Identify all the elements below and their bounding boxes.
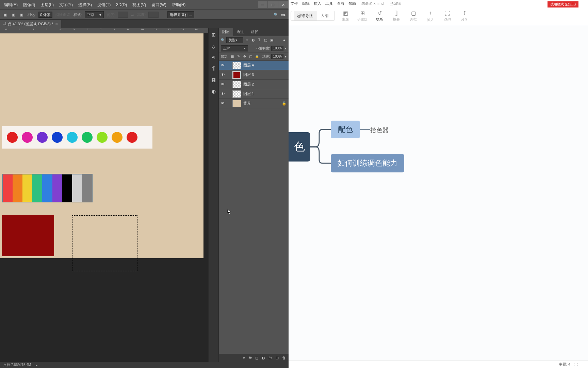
toolbar-外框[interactable]: ▢外框 xyxy=(405,7,422,25)
workspace-icon[interactable]: ▭▸ xyxy=(280,12,287,18)
panel-icon[interactable]: A| xyxy=(212,55,215,59)
toolbar-联系[interactable]: ↺联系 xyxy=(371,7,388,25)
color-swatch xyxy=(127,132,137,143)
toolbar-概要[interactable]: ⟧概要 xyxy=(388,7,405,25)
color-bar xyxy=(62,174,72,202)
group-icon[interactable]: 🗀 xyxy=(268,356,272,360)
adjustment-icon[interactable]: ◐ xyxy=(262,356,265,360)
filter-pixel-icon[interactable]: ▱ xyxy=(245,38,249,43)
document-tab[interactable]: -1 @ 41.3% (图层 4, RGB/8) * ✕ xyxy=(0,20,61,28)
menu-3d[interactable]: 3D(D) xyxy=(113,2,130,7)
color-swatch xyxy=(37,132,48,143)
visibility-icon[interactable]: 👁 xyxy=(221,63,226,68)
panel-icon[interactable]: ◐ xyxy=(212,89,216,94)
mindmap-canvas[interactable]: 色 配色 拾色器 如何训练调色能力 xyxy=(289,25,588,361)
layer-row[interactable]: 👁图层 4 xyxy=(219,61,289,70)
add-selection-icon[interactable]: ▣ xyxy=(10,12,16,18)
minimize-button[interactable]: ─ xyxy=(258,1,267,8)
canvas-area[interactable]: 01234567891011121314 xyxy=(0,28,208,362)
lock-pixels-icon[interactable]: ✎ xyxy=(236,54,241,59)
style-select[interactable]: 正常▾ xyxy=(85,11,104,18)
root-node[interactable]: 色 xyxy=(289,132,310,162)
menu-view[interactable]: 视图(V) xyxy=(130,2,149,8)
panel-icon[interactable]: ⊞ xyxy=(212,32,216,37)
toolbar-主题[interactable]: ◩主题 xyxy=(337,7,354,25)
lock-label: 锁定: xyxy=(221,54,229,59)
blend-mode-select[interactable]: 正常▾ xyxy=(221,45,248,51)
close-button[interactable]: ✕ xyxy=(278,1,288,8)
panel-icon[interactable]: ◇ xyxy=(212,44,215,49)
zoom-slider-icon[interactable]: — xyxy=(581,363,585,367)
new-layer-icon[interactable]: ⊞ xyxy=(276,356,279,360)
layer-row[interactable]: 👁图层 3 xyxy=(219,70,289,80)
color-bar xyxy=(3,174,13,202)
filter-type-icon[interactable]: T xyxy=(257,38,262,43)
opacity-input[interactable]: 100% xyxy=(271,46,283,51)
visibility-icon[interactable]: 👁 xyxy=(221,101,226,106)
tab-mindmap[interactable]: 思维导图 xyxy=(294,11,317,21)
filter-shape-icon[interactable]: ▢ xyxy=(263,38,268,43)
menu-help[interactable]: 帮助 xyxy=(348,1,356,6)
filter-toggle-icon[interactable]: ● xyxy=(282,38,287,43)
toolbar-ZEN[interactable]: ⛶ZEN xyxy=(439,7,456,25)
zoom-icon[interactable]: ⛶ xyxy=(574,363,577,367)
visibility-icon[interactable]: 👁 xyxy=(221,73,226,77)
delete-layer-icon[interactable]: 🗑 xyxy=(282,356,286,360)
feather-input[interactable]: 0 像素 xyxy=(38,12,52,18)
toolbar-插入[interactable]: ＋插入 xyxy=(422,7,439,25)
menu-insert[interactable]: 插入 xyxy=(314,1,321,6)
tab-layers[interactable]: 图层 xyxy=(219,28,233,36)
node-train-color[interactable]: 如何训练调色能力 xyxy=(331,154,404,172)
window-title: 未命名.xmind — 已编辑 xyxy=(361,1,401,6)
trial-badge[interactable]: 试用模式 (已2天) xyxy=(548,1,578,7)
selection-marquee[interactable] xyxy=(72,215,137,271)
view-switcher[interactable]: 思维导图 大纲 xyxy=(291,11,335,21)
topics-count: 主题: 4 xyxy=(559,362,570,367)
lock-position-icon[interactable]: ✥ xyxy=(242,54,247,59)
fx-icon[interactable]: fx xyxy=(249,356,252,360)
menu-help[interactable]: 帮助(H) xyxy=(169,2,189,8)
layer-row[interactable]: 👁背景🔒 xyxy=(219,99,289,108)
menu-file[interactable]: 文件 xyxy=(291,1,298,6)
link-layers-icon[interactable]: ⚭ xyxy=(242,356,245,360)
filter-smart-icon[interactable]: ▣ xyxy=(269,38,274,43)
new-selection-icon[interactable]: ▣ xyxy=(2,12,8,18)
menu-window[interactable]: 窗口(W) xyxy=(149,2,169,8)
lock-artboard-icon[interactable]: ▢ xyxy=(248,54,253,59)
mask-icon[interactable]: ◻ xyxy=(255,356,258,360)
menu-filter[interactable]: 滤镜(T) xyxy=(95,2,113,8)
layer-thumb xyxy=(232,90,241,98)
maximize-button[interactable]: □ xyxy=(268,1,278,8)
filter-kind-select[interactable]: 类型 ▾ xyxy=(226,37,243,43)
lock-all-icon[interactable]: 🔒 xyxy=(255,54,259,59)
node-color-scheme[interactable]: 配色 xyxy=(331,121,360,138)
subtract-selection-icon[interactable]: ▣ xyxy=(18,12,24,18)
lock-transparency-icon[interactable]: ▦ xyxy=(230,54,235,59)
visibility-icon[interactable]: 👁 xyxy=(221,82,226,87)
toolbar-分享[interactable]: ⤴分享 xyxy=(456,7,473,25)
panel-icon[interactable]: ▦ xyxy=(211,77,216,82)
node-color-picker[interactable]: 拾色器 xyxy=(370,126,389,134)
close-icon[interactable]: ✕ xyxy=(55,22,58,26)
tab-outline[interactable]: 大纲 xyxy=(317,11,332,21)
tab-channels[interactable]: 通道 xyxy=(233,28,247,36)
menu-image[interactable]: 图像(I) xyxy=(20,2,38,8)
visibility-icon[interactable]: 👁 xyxy=(221,92,226,96)
fill-input[interactable]: 100% xyxy=(271,54,283,59)
search-icon[interactable]: 🔍 xyxy=(274,13,278,17)
menu-edit[interactable]: 编辑 xyxy=(302,1,310,6)
menu-view[interactable]: 查看 xyxy=(337,1,344,6)
menu-type[interactable]: 文字(Y) xyxy=(56,2,76,8)
toolbar-子主题[interactable]: ⊞子主题 xyxy=(354,7,371,25)
menu-tools[interactable]: 工具 xyxy=(325,1,333,6)
menu-layer[interactable]: 图层(L) xyxy=(38,2,56,8)
layer-row[interactable]: 👁图层 2 xyxy=(219,80,289,89)
select-and-mask-button[interactable]: 选择并遮住... xyxy=(167,11,194,18)
layers-footer: ⚭ fx ◻ ◐ 🗀 ⊞ 🗑 xyxy=(219,354,289,362)
menu-select[interactable]: 选择(S) xyxy=(76,2,95,8)
tab-paths[interactable]: 路径 xyxy=(247,28,262,36)
menu-edit[interactable]: 编辑(E) xyxy=(1,2,20,8)
layer-row[interactable]: 👁图层 1 xyxy=(219,89,289,99)
filter-adjust-icon[interactable]: ◐ xyxy=(251,38,256,43)
panel-icon[interactable]: ¶ xyxy=(212,65,215,71)
